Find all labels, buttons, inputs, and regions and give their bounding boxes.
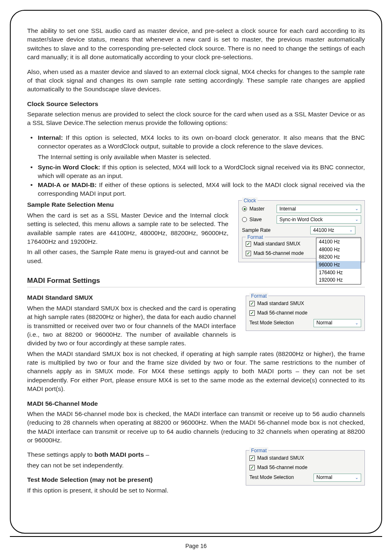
sample-rate-dropdown[interactable]: 44100 Hz 48000 Hz 88200 Hz 96000 Hz 1764…	[316, 238, 361, 284]
sample-rate-label: Sample Rate	[242, 227, 308, 234]
test-mode-value: Normal	[316, 319, 332, 326]
smux-checkbox[interactable]	[249, 301, 255, 306]
master-clock-select[interactable]: Internal ⌄	[277, 205, 361, 213]
chevron-down-icon: ⌄	[348, 227, 354, 234]
sr-option[interactable]: 88200 Hz	[316, 253, 361, 261]
both-ports-line2: they can not be set independently.	[27, 461, 236, 469]
chevron-down-icon: ⌄	[353, 320, 360, 326]
sr-option-highlighted[interactable]: 96000 Hz	[316, 261, 361, 269]
m56-checkbox[interactable]	[249, 465, 255, 470]
format-legend: Format	[249, 447, 268, 454]
format-panel-2: Format Madi standard SMUX Madi 56-channe…	[246, 450, 365, 485]
test-mode-select[interactable]: Normal ⌄	[314, 474, 361, 482]
sample-rate-body-1: When the card is set as a SSL Master Dev…	[27, 211, 228, 246]
sample-rate-select[interactable]: 44100 Hz ⌄	[310, 226, 355, 234]
opt-internal-body: If this option is selected, MX4 locks to…	[38, 134, 365, 150]
clock-selectors-heading: Clock Source Selectors	[27, 99, 365, 108]
format-legend-inline: Format	[246, 234, 265, 241]
chevron-down-icon: ⌄	[353, 216, 360, 223]
chevron-down-icon: ⌄	[353, 474, 360, 481]
smux-label: Madi standard SMUX	[257, 455, 304, 462]
sample-rate-body-2: In all other cases, the Sample Rate menu…	[27, 247, 228, 265]
opt-internal-label: Internal:	[38, 134, 63, 141]
test-mode-label: Test Mode Selection	[249, 474, 311, 481]
smux-checkbox[interactable]	[249, 456, 255, 461]
test-mode-body: If this option is present, it should be …	[27, 486, 236, 495]
smux-heading: MADI Standard SMUX	[27, 293, 236, 302]
m56-checkbox[interactable]	[246, 251, 251, 256]
master-radio[interactable]	[242, 206, 247, 211]
sample-rate-value: 44100 Hz	[313, 227, 334, 234]
clock-options-list: Internal: If this option is selected, MX…	[27, 133, 365, 151]
intro-para-1: The ability to set one SSL audio card as…	[27, 26, 365, 62]
page-number: Page 16	[0, 543, 392, 549]
opt-madi-label: MADI-A or MADI-B:	[38, 181, 97, 188]
m56-label: Madi 56-channel mode	[257, 310, 307, 317]
slave-clock-value: Sync-in Word Clock	[279, 216, 323, 223]
m56-body: When the MADI 56-channel mode box is che…	[27, 409, 365, 445]
format-panel-1: Format Madi standard SMUX Madi 56-channe…	[246, 296, 365, 331]
test-mode-select[interactable]: Normal ⌄	[314, 319, 361, 327]
both-ports-line: These settings apply to both MADI ports …	[27, 450, 236, 459]
smux-label: Madi standard SMUX	[254, 240, 300, 247]
opt-sync-label: Sync-in Word Clock:	[38, 164, 100, 171]
opt-internal-sub: The Internal setting is only available w…	[27, 153, 365, 161]
clock-panel: Clock Master Internal ⌄ Slave Sync-i	[238, 200, 365, 262]
sr-option[interactable]: 48000 Hz	[316, 246, 361, 254]
footer-divider	[10, 536, 382, 537]
intro-para-2: Also, when used as a master device and s…	[27, 67, 365, 94]
smux-label: Madi standard SMUX	[257, 300, 304, 307]
sr-option[interactable]: 176400 Hz	[316, 269, 361, 277]
smux-checkbox[interactable]	[246, 241, 251, 247]
m56-checkbox[interactable]	[249, 310, 255, 316]
test-mode-label: Test Mode Selection	[249, 319, 311, 326]
slave-clock-select[interactable]: Sync-in Word Clock ⌄	[277, 215, 361, 224]
slave-label: Slave	[249, 216, 274, 223]
master-clock-value: Internal	[279, 206, 296, 213]
sr-option[interactable]: 192000 Hz	[316, 276, 361, 284]
sr-option[interactable]: 44100 Hz	[316, 238, 361, 246]
m56-label: Madi 56-channel mode	[257, 464, 307, 471]
m56-label: Madi 56-channel mode	[254, 250, 304, 257]
sample-rate-heading: Sample Rate Selection Menu	[27, 200, 228, 209]
m56-heading: MADI 56-Channel Mode	[27, 399, 365, 408]
chevron-down-icon: ⌄	[353, 206, 360, 212]
test-mode-value: Normal	[316, 474, 332, 481]
clock-options-list-2: Sync-in Word Clock: If this option is se…	[27, 163, 365, 198]
clock-legend: Clock	[242, 197, 258, 204]
slave-radio[interactable]	[242, 217, 247, 222]
test-mode-heading: Test Mode Selection (may not be present)	[27, 475, 236, 484]
madi-format-section-title: MADI Format Settings	[27, 276, 365, 287]
smux-body-2: When the MADI standard SMUX box is not c…	[27, 349, 365, 393]
format-legend: Format	[249, 293, 268, 300]
smux-body-1: When the MADI standard SMUX box is check…	[27, 304, 236, 348]
clock-selectors-body: Separate selection menus are provided to…	[27, 110, 365, 127]
master-label: Master	[249, 206, 274, 213]
